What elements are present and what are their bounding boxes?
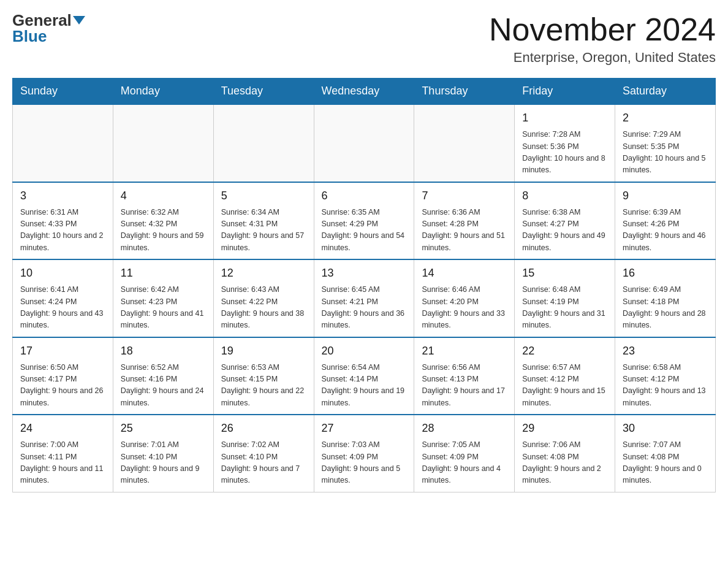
calendar-table: SundayMondayTuesdayWednesdayThursdayFrid… [12,78,716,492]
day-info: Sunrise: 6:53 AM Sunset: 4:15 PM Dayligh… [221,362,306,410]
day-number: 24 [20,420,105,437]
day-info: Sunrise: 6:34 AM Sunset: 4:31 PM Dayligh… [221,207,306,255]
day-info: Sunrise: 6:58 AM Sunset: 4:12 PM Dayligh… [623,362,708,410]
calendar-week-row: 3Sunrise: 6:31 AM Sunset: 4:33 PM Daylig… [13,182,716,260]
calendar-day-cell: 6Sunrise: 6:35 AM Sunset: 4:29 PM Daylig… [314,182,414,260]
day-info: Sunrise: 6:49 AM Sunset: 4:18 PM Dayligh… [623,284,708,332]
day-info: Sunrise: 7:03 AM Sunset: 4:09 PM Dayligh… [322,439,407,487]
day-number: 22 [522,343,607,359]
calendar-week-row: 17Sunrise: 6:50 AM Sunset: 4:17 PM Dayli… [13,337,716,415]
day-number: 28 [422,420,507,437]
calendar-day-cell: 23Sunrise: 6:58 AM Sunset: 4:12 PM Dayli… [615,337,716,415]
day-number: 19 [221,343,306,359]
logo-arrow-icon [73,16,85,25]
calendar-day-cell [314,104,414,182]
day-info: Sunrise: 6:43 AM Sunset: 4:22 PM Dayligh… [221,284,306,332]
calendar-day-cell: 4Sunrise: 6:32 AM Sunset: 4:32 PM Daylig… [113,182,213,260]
day-info: Sunrise: 6:54 AM Sunset: 4:14 PM Dayligh… [322,362,407,410]
day-number: 18 [121,343,206,359]
calendar-day-cell: 25Sunrise: 7:01 AM Sunset: 4:10 PM Dayli… [113,415,213,492]
calendar-day-header: Saturday [615,79,716,105]
day-number: 4 [121,188,206,204]
calendar-day-cell [414,104,515,182]
day-info: Sunrise: 6:32 AM Sunset: 4:32 PM Dayligh… [121,207,206,255]
day-info: Sunrise: 6:56 AM Sunset: 4:13 PM Dayligh… [422,362,507,410]
day-info: Sunrise: 7:29 AM Sunset: 5:35 PM Dayligh… [623,129,708,177]
day-number: 12 [221,265,306,282]
calendar-day-cell: 14Sunrise: 6:46 AM Sunset: 4:20 PM Dayli… [414,259,515,337]
day-number: 26 [221,420,306,437]
calendar-week-row: 10Sunrise: 6:41 AM Sunset: 4:24 PM Dayli… [13,259,716,337]
day-info: Sunrise: 6:48 AM Sunset: 4:19 PM Dayligh… [522,284,607,332]
calendar-day-cell: 26Sunrise: 7:02 AM Sunset: 4:10 PM Dayli… [213,415,314,492]
calendar-day-cell: 8Sunrise: 6:38 AM Sunset: 4:27 PM Daylig… [515,182,615,260]
logo-blue: Blue [12,27,47,45]
day-number: 21 [422,343,507,359]
calendar-day-cell: 10Sunrise: 6:41 AM Sunset: 4:24 PM Dayli… [13,259,113,337]
day-number: 7 [422,188,507,204]
day-number: 10 [20,265,105,282]
calendar-day-cell: 11Sunrise: 6:42 AM Sunset: 4:23 PM Dayli… [113,259,213,337]
calendar-week-row: 24Sunrise: 7:00 AM Sunset: 4:11 PM Dayli… [13,415,716,492]
day-info: Sunrise: 6:45 AM Sunset: 4:21 PM Dayligh… [322,284,407,332]
calendar-week-row: 1Sunrise: 7:28 AM Sunset: 5:36 PM Daylig… [13,104,716,182]
day-info: Sunrise: 7:00 AM Sunset: 4:11 PM Dayligh… [20,439,105,487]
day-number: 20 [322,343,407,359]
calendar-day-cell: 21Sunrise: 6:56 AM Sunset: 4:13 PM Dayli… [414,337,515,415]
calendar-day-cell: 5Sunrise: 6:34 AM Sunset: 4:31 PM Daylig… [213,182,314,260]
day-info: Sunrise: 7:28 AM Sunset: 5:36 PM Dayligh… [522,129,607,177]
page-header: General Blue November 2024 Enterprise, O… [12,12,716,66]
calendar-day-header: Friday [515,79,615,105]
day-info: Sunrise: 7:02 AM Sunset: 4:10 PM Dayligh… [221,439,306,487]
calendar-day-cell: 22Sunrise: 6:57 AM Sunset: 4:12 PM Dayli… [515,337,615,415]
day-info: Sunrise: 7:06 AM Sunset: 4:08 PM Dayligh… [522,439,607,487]
logo-general: General [12,12,72,28]
day-info: Sunrise: 6:39 AM Sunset: 4:26 PM Dayligh… [623,207,708,255]
calendar-day-cell: 28Sunrise: 7:05 AM Sunset: 4:09 PM Dayli… [414,415,515,492]
calendar-day-header: Wednesday [314,79,414,105]
day-info: Sunrise: 6:57 AM Sunset: 4:12 PM Dayligh… [522,362,607,410]
calendar-day-cell: 9Sunrise: 6:39 AM Sunset: 4:26 PM Daylig… [615,182,716,260]
calendar-day-cell: 13Sunrise: 6:45 AM Sunset: 4:21 PM Dayli… [314,259,414,337]
calendar-day-cell: 29Sunrise: 7:06 AM Sunset: 4:08 PM Dayli… [515,415,615,492]
calendar-header-row: SundayMondayTuesdayWednesdayThursdayFrid… [13,79,716,105]
day-info: Sunrise: 7:05 AM Sunset: 4:09 PM Dayligh… [422,439,507,487]
day-number: 5 [221,188,306,204]
logo: General Blue [12,12,85,44]
day-number: 11 [121,265,206,282]
calendar-day-cell: 15Sunrise: 6:48 AM Sunset: 4:19 PM Dayli… [515,259,615,337]
day-number: 16 [623,265,708,282]
title-block: November 2024 Enterprise, Oregon, United… [489,12,716,66]
calendar-day-cell: 2Sunrise: 7:29 AM Sunset: 5:35 PM Daylig… [615,104,716,182]
page-subtitle: Enterprise, Oregon, United States [489,50,716,66]
calendar-day-cell: 12Sunrise: 6:43 AM Sunset: 4:22 PM Dayli… [213,259,314,337]
day-number: 30 [623,420,708,437]
day-number: 23 [623,343,708,359]
day-number: 2 [623,110,708,126]
day-number: 29 [522,420,607,437]
calendar-day-cell: 19Sunrise: 6:53 AM Sunset: 4:15 PM Dayli… [213,337,314,415]
page-title: November 2024 [489,12,716,47]
day-info: Sunrise: 6:31 AM Sunset: 4:33 PM Dayligh… [20,207,105,255]
calendar-day-cell: 7Sunrise: 6:36 AM Sunset: 4:28 PM Daylig… [414,182,515,260]
day-info: Sunrise: 7:07 AM Sunset: 4:08 PM Dayligh… [623,439,708,487]
calendar-day-cell: 18Sunrise: 6:52 AM Sunset: 4:16 PM Dayli… [113,337,213,415]
day-info: Sunrise: 6:36 AM Sunset: 4:28 PM Dayligh… [422,207,507,255]
calendar-day-header: Monday [113,79,213,105]
calendar-day-cell [13,104,113,182]
calendar-day-cell: 16Sunrise: 6:49 AM Sunset: 4:18 PM Dayli… [615,259,716,337]
calendar-day-cell: 30Sunrise: 7:07 AM Sunset: 4:08 PM Dayli… [615,415,716,492]
calendar-day-cell: 20Sunrise: 6:54 AM Sunset: 4:14 PM Dayli… [314,337,414,415]
calendar-day-header: Thursday [414,79,515,105]
day-info: Sunrise: 6:41 AM Sunset: 4:24 PM Dayligh… [20,284,105,332]
day-number: 9 [623,188,708,204]
calendar-day-cell: 17Sunrise: 6:50 AM Sunset: 4:17 PM Dayli… [13,337,113,415]
calendar-day-header: Sunday [13,79,113,105]
day-number: 25 [121,420,206,437]
day-info: Sunrise: 6:38 AM Sunset: 4:27 PM Dayligh… [522,207,607,255]
day-number: 13 [322,265,407,282]
calendar-day-header: Tuesday [213,79,314,105]
day-info: Sunrise: 6:42 AM Sunset: 4:23 PM Dayligh… [121,284,206,332]
day-info: Sunrise: 6:52 AM Sunset: 4:16 PM Dayligh… [121,362,206,410]
calendar-day-cell: 1Sunrise: 7:28 AM Sunset: 5:36 PM Daylig… [515,104,615,182]
